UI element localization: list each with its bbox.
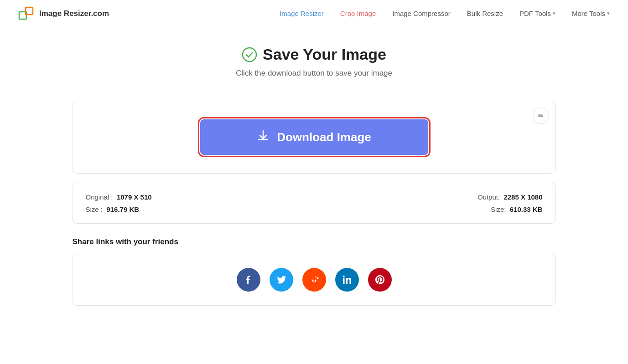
share-twitter-button[interactable]: [270, 268, 293, 292]
svg-point-2: [243, 48, 256, 62]
original-label: Original :: [86, 193, 113, 201]
svg-point-13: [343, 276, 344, 277]
linkedin-icon: [342, 275, 352, 285]
download-card: ✏ Download Image: [73, 101, 556, 174]
download-icon: [257, 129, 270, 145]
nav-image-compressor[interactable]: Image Compressor: [392, 10, 451, 17]
original-dims-row: Original : 1079 X 510: [86, 193, 301, 201]
nav-more-tools-label: More Tools: [572, 10, 605, 17]
pencil-icon: ✏: [538, 112, 544, 120]
output-dims-value: 2285 X 1080: [503, 193, 542, 201]
title-section: Save Your Image Click the download butto…: [73, 46, 556, 78]
svg-point-9: [315, 280, 316, 281]
share-card: [73, 254, 556, 306]
download-button-label: Download Image: [277, 130, 371, 144]
nav-pdf-tools-label: PDF Tools: [519, 10, 551, 17]
more-tools-chevron-icon: ▾: [607, 10, 610, 16]
share-reddit-button[interactable]: [302, 268, 326, 292]
header: Image Resizer.com Image Resizer Crop Ima…: [0, 0, 628, 27]
pinterest-icon: [375, 275, 385, 285]
info-col-right: Output: 2285 X 1080 Size: 610.33 KB: [314, 183, 555, 223]
logo-text: Image Resizer.com: [39, 9, 109, 18]
share-pinterest-button[interactable]: [368, 268, 392, 292]
output-dims-row: Output: 2285 X 1080: [327, 193, 543, 201]
edit-button[interactable]: ✏: [533, 108, 549, 124]
facebook-icon: [244, 275, 254, 285]
size-label-right: Size:: [491, 205, 506, 213]
info-card: Original : 1079 X 510 Size : 916.79 KB O…: [73, 183, 556, 224]
nav-image-resizer[interactable]: Image Resizer: [280, 10, 324, 17]
original-dims-value: 1079 X 510: [117, 193, 152, 201]
reddit-icon: [309, 274, 320, 285]
page-title: Save Your Image: [263, 46, 386, 63]
share-facebook-button[interactable]: [237, 268, 260, 292]
svg-point-11: [317, 277, 318, 278]
twitter-icon: [276, 275, 286, 285]
nav-crop-image[interactable]: Crop Image: [340, 10, 376, 17]
svg-point-8: [312, 280, 313, 281]
main-nav: Image Resizer Crop Image Image Compresso…: [280, 10, 610, 17]
share-linkedin-button[interactable]: [335, 268, 359, 292]
download-button[interactable]: Download Image: [200, 119, 428, 155]
share-section: Share links with your friends: [73, 237, 556, 306]
nav-more-tools[interactable]: More Tools ▾: [572, 10, 610, 17]
page-subtitle: Click the download button to save your i…: [73, 69, 556, 78]
original-size-row: Size : 916.79 KB: [86, 205, 301, 213]
pdf-tools-chevron-icon: ▾: [553, 10, 555, 16]
output-label: Output:: [477, 193, 500, 201]
download-svg-icon: [257, 129, 270, 142]
success-check-icon: [242, 47, 257, 62]
info-col-left: Original : 1079 X 510 Size : 916.79 KB: [73, 183, 314, 223]
logo-icon: [18, 5, 35, 22]
nav-pdf-tools[interactable]: PDF Tools ▾: [519, 10, 555, 17]
share-title: Share links with your friends: [73, 237, 556, 246]
main-content: Save Your Image Click the download butto…: [63, 27, 565, 333]
output-size-row: Size: 610.33 KB: [327, 205, 543, 213]
logo[interactable]: Image Resizer.com: [18, 5, 109, 22]
size-label-left: Size :: [86, 205, 103, 213]
svg-rect-12: [343, 278, 345, 284]
output-size-value: 610.33 KB: [510, 205, 543, 213]
original-size-value: 916.79 KB: [106, 205, 139, 213]
nav-bulk-resize[interactable]: Bulk Resize: [467, 10, 503, 17]
title-row: Save Your Image: [73, 46, 556, 63]
